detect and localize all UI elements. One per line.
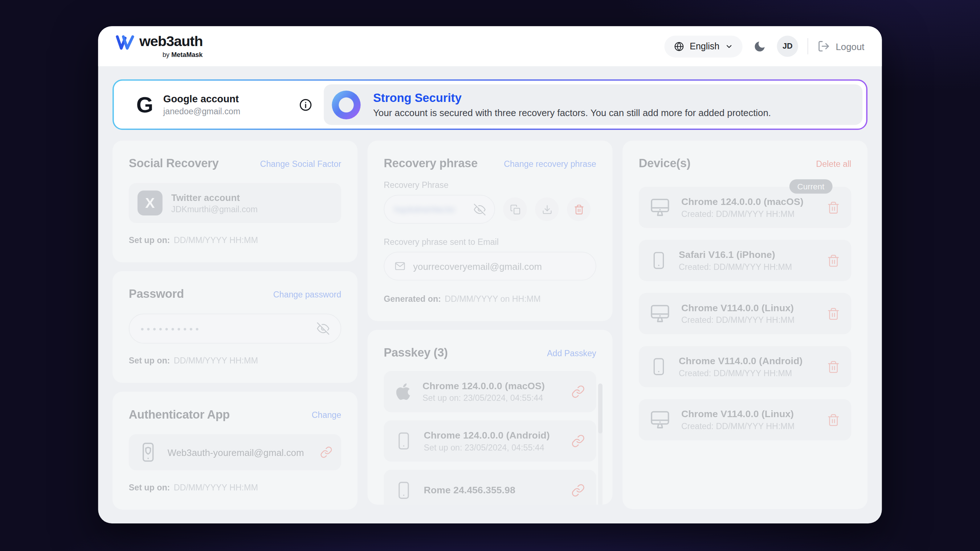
delete-device-button[interactable]	[827, 254, 840, 267]
google-icon: G	[136, 94, 153, 115]
device-created-date: Created: DD/MM/YYY HH:MM	[679, 262, 792, 272]
mail-icon	[395, 260, 406, 272]
password-setup-row: Set up on:DD/MM/YYYY HH:MM	[129, 356, 341, 366]
passkey-list: Chrome 124.0.0.0 (macOS) Set up on: 23/0…	[383, 371, 596, 505]
unlink-passkey-button[interactable]	[571, 385, 585, 399]
account-title: Google account	[163, 93, 240, 105]
security-ring-icon	[332, 91, 360, 119]
twitter-account-email: JDKmurthi@gmail.com	[171, 205, 258, 214]
logout-label: Logout	[835, 41, 864, 51]
toggle-phrase-visibility-button[interactable]	[474, 203, 486, 215]
password-title: Password	[129, 287, 184, 301]
device-name: Chrome V114.0.0 (Android)	[679, 356, 802, 367]
current-badge: Current	[789, 179, 832, 194]
password-field[interactable]: ••••••••••	[129, 313, 341, 343]
recovery-phrase-field[interactable]: hqzkdnel4wJsiwq	[383, 195, 495, 224]
device-list: Current Chrome 124.0.0.0 (macOS) Created…	[639, 187, 851, 440]
device-created-date: Created: DD/MM/YYY HH:MM	[681, 421, 794, 431]
trash-icon	[827, 201, 840, 214]
recovery-phrase-title: Recovery phrase	[383, 157, 478, 170]
logo-byline: by MetaMask	[162, 51, 203, 58]
delete-device-button[interactable]	[827, 413, 840, 426]
twitter-account-title: Twitter account	[171, 192, 258, 202]
device-list-item: Chrome V114.0.0 (Linux) Created: DD/MM/Y…	[639, 293, 851, 335]
right-column: Device(s) Delete all Current Chrome 124.…	[622, 140, 867, 509]
authenticator-phone-icon	[138, 441, 159, 463]
info-button[interactable]	[299, 98, 312, 111]
passkey-list-item: Rome 24.456.355.98	[383, 470, 596, 505]
page-background: web3auth by MetaMask English JD Logout	[0, 0, 980, 551]
download-phrase-button[interactable]	[535, 197, 558, 221]
passkey-name: Chrome 124.0.0.0 (Android)	[423, 430, 549, 441]
change-authenticator-link[interactable]: Change	[312, 410, 341, 419]
authenticator-setup-row: Set up on:DD/MM/YYYY HH:MM	[129, 483, 341, 492]
info-icon	[299, 98, 312, 111]
unlink-passkey-button[interactable]	[571, 434, 585, 448]
unlink-passkey-button[interactable]	[571, 484, 585, 497]
social-setup-row: Set up on:DD/MM/YYYY HH:MM	[129, 235, 341, 245]
security-status-title: Strong Security	[373, 91, 771, 105]
recovery-phrase-label: Recovery Phrase	[383, 181, 596, 190]
app-header: web3auth by MetaMask English JD Logout	[98, 26, 881, 66]
header-divider	[808, 38, 808, 54]
authenticator-card: Authenticator App Change Web3auth-yourem…	[113, 392, 358, 510]
apple-icon	[394, 382, 413, 401]
device-name: Chrome V114.0.0 (Linux)	[681, 302, 794, 313]
desktop-icon	[649, 302, 671, 325]
logout-icon	[818, 40, 830, 52]
recovery-phrase-card: Recovery phrase Change recovery phrase R…	[368, 140, 612, 321]
smartphone-icon	[394, 431, 414, 451]
passkey-name: Chrome 124.0.0.0 (macOS)	[423, 381, 545, 392]
change-social-factor-link[interactable]: Change Social Factor	[260, 159, 342, 168]
authenticator-title: Authenticator App	[129, 408, 230, 421]
unlink-icon	[320, 446, 332, 458]
devices-title: Device(s)	[639, 157, 690, 170]
delete-device-button[interactable]	[827, 360, 840, 373]
trash-icon	[573, 204, 584, 214]
change-recovery-phrase-link[interactable]: Change recovery phrase	[504, 159, 597, 168]
trash-icon	[827, 360, 840, 373]
web3auth-logo: web3auth by MetaMask	[116, 35, 203, 58]
smartphone-icon	[649, 250, 668, 270]
recovery-email-field[interactable]: yourrecoveryemail@gmail.com	[383, 252, 596, 280]
generated-on-row: Generated on:DD/MM/YYYY on HH:MM	[383, 294, 596, 303]
passkey-title: Passkey (3)	[383, 346, 447, 360]
app-window: web3auth by MetaMask English JD Logout	[98, 26, 881, 524]
web3auth-logo-icon	[116, 35, 135, 53]
delete-device-button[interactable]	[827, 307, 840, 320]
avatar[interactable]: JD	[777, 35, 799, 57]
add-passkey-link[interactable]: Add Passkey	[547, 348, 597, 358]
security-banner: G Google account janedoe@gmail.com Stron…	[113, 79, 867, 130]
security-status-description: Your account is secured with three recov…	[373, 107, 771, 118]
logout-button[interactable]: Logout	[818, 40, 864, 52]
security-status-panel: Strong Security Your account is secured …	[324, 84, 862, 125]
unlink-authenticator-button[interactable]	[320, 446, 332, 458]
language-label: English	[690, 41, 719, 51]
eye-off-icon	[474, 203, 486, 215]
toggle-password-visibility-button[interactable]	[317, 322, 329, 335]
copy-phrase-button[interactable]	[503, 197, 527, 221]
left-column: Social Recovery Change Social Factor X T…	[113, 140, 358, 510]
passkey-setup-date: Set up on: 23/05/2024, 04:55:44	[423, 443, 549, 453]
download-icon	[541, 204, 552, 214]
language-selector[interactable]: English	[664, 35, 743, 57]
authenticator-account-tile: Web3auth-youremail@gmal.com	[129, 434, 341, 470]
device-list-item: Safari V16.1 (iPhone) Created: DD/MM/YYY…	[639, 240, 851, 281]
passkey-card: Passkey (3) Add Passkey Chrome 124.0.0.0…	[368, 330, 612, 505]
delete-phrase-button[interactable]	[567, 197, 590, 221]
delete-device-button[interactable]	[827, 201, 840, 214]
device-created-date: Created: DD/MM/YYY HH:MM	[679, 368, 802, 378]
eye-off-icon	[317, 322, 329, 335]
passkey-scrollbar-thumb[interactable]	[598, 383, 603, 433]
device-list-item: Current Chrome 124.0.0.0 (macOS) Created…	[639, 187, 851, 228]
logo-brand-text: web3auth	[139, 35, 202, 49]
smartphone-icon	[649, 357, 668, 376]
passkey-list-item: Chrome 124.0.0.0 (macOS) Set up on: 23/0…	[383, 371, 596, 413]
change-password-link[interactable]: Change password	[273, 289, 341, 299]
dark-mode-toggle[interactable]	[753, 40, 766, 52]
globe-icon	[673, 41, 684, 51]
devices-card: Device(s) Delete all Current Chrome 124.…	[622, 140, 867, 509]
password-card: Password Change password •••••••••• Set …	[113, 271, 358, 383]
account-email: janedoe@gmail.com	[163, 106, 240, 116]
delete-all-devices-link[interactable]: Delete all	[816, 159, 851, 168]
